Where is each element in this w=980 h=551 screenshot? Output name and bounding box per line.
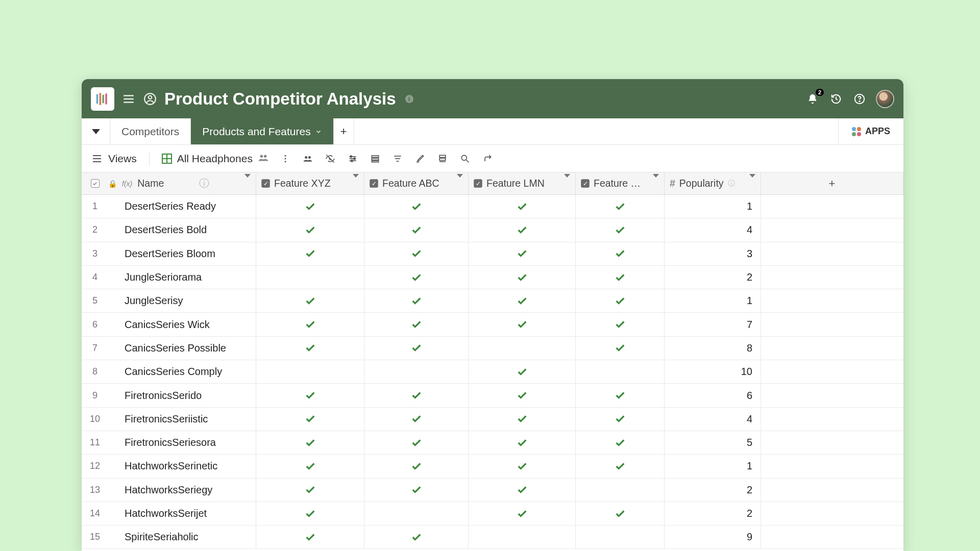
- cell-feature-xyz[interactable]: [256, 502, 364, 525]
- cell-feature-abc[interactable]: [364, 360, 469, 383]
- cell-popularity[interactable]: 2: [665, 266, 761, 289]
- cell-feature-xyz[interactable]: [256, 455, 364, 478]
- table-row[interactable]: 14HatchworksSerijet2: [82, 502, 903, 525]
- cell-feature-abc[interactable]: [364, 266, 469, 289]
- cell-feature-abc[interactable]: [364, 502, 469, 525]
- cell-name[interactable]: JungleSeriorama: [108, 266, 256, 289]
- sort-icon[interactable]: [391, 153, 404, 165]
- cell-feature-abc[interactable]: [364, 242, 469, 265]
- cell-feature-4[interactable]: [576, 242, 665, 265]
- add-tab-button[interactable]: +: [334, 118, 354, 144]
- cell-feature-4[interactable]: [576, 289, 665, 312]
- cell-feature-abc[interactable]: [364, 218, 469, 241]
- cell-feature-4[interactable]: [576, 313, 665, 336]
- cell-popularity[interactable]: 2: [665, 502, 761, 525]
- table-row[interactable]: 10FiretronicsSeriistic4: [82, 408, 903, 431]
- cell-feature-lmn[interactable]: [469, 431, 576, 454]
- history-icon[interactable]: [829, 92, 843, 106]
- cell-name[interactable]: DesertSeries Bold: [108, 218, 256, 241]
- cell-popularity[interactable]: 4: [665, 218, 761, 241]
- search-icon[interactable]: [459, 153, 471, 165]
- cell-feature-4[interactable]: [576, 195, 665, 218]
- cell-feature-abc[interactable]: [364, 289, 469, 312]
- cell-feature-4[interactable]: [576, 525, 665, 548]
- cell-popularity[interactable]: 5: [665, 431, 761, 454]
- cell-feature-abc[interactable]: [364, 479, 469, 502]
- cell-name[interactable]: HatchworksSerinetic: [108, 455, 256, 478]
- app-logo[interactable]: [91, 87, 114, 111]
- cell-feature-lmn[interactable]: [469, 337, 576, 360]
- table-row[interactable]: 11FiretronicsSeriesora5: [82, 431, 903, 455]
- cell-name[interactable]: DesertSeries Bloom: [108, 242, 256, 265]
- cell-feature-4[interactable]: [576, 408, 665, 431]
- cell-popularity[interactable]: 7: [665, 313, 761, 336]
- cell-feature-4[interactable]: [576, 360, 665, 383]
- cell-name[interactable]: CanicsSeries Wick: [108, 313, 256, 336]
- notifications-icon[interactable]: 2: [805, 92, 820, 106]
- current-view[interactable]: All Headphones: [162, 152, 269, 165]
- row-height-icon[interactable]: [436, 153, 449, 165]
- table-row[interactable]: 12HatchworksSerinetic1: [82, 455, 903, 478]
- cell-feature-xyz[interactable]: [256, 479, 364, 502]
- column-header-feature-abc[interactable]: ✓ Feature ABC: [364, 172, 469, 194]
- table-row[interactable]: 4JungleSeriorama2: [82, 266, 903, 289]
- cell-feature-xyz[interactable]: [256, 313, 364, 336]
- cell-popularity[interactable]: 1: [665, 455, 761, 478]
- apps-button[interactable]: APPS: [838, 118, 903, 144]
- cell-feature-lmn[interactable]: [469, 218, 576, 241]
- cell-feature-lmn[interactable]: [469, 313, 576, 336]
- cell-feature-abc[interactable]: [364, 195, 469, 218]
- hamburger-menu-icon[interactable]: [121, 92, 136, 106]
- help-icon[interactable]: [852, 92, 867, 106]
- cell-feature-abc[interactable]: [364, 313, 469, 336]
- table-row[interactable]: 1DesertSeries Ready1: [82, 195, 903, 218]
- more-options-icon[interactable]: [279, 153, 291, 165]
- user-avatar[interactable]: [876, 90, 894, 108]
- cell-feature-4[interactable]: [576, 479, 665, 502]
- cell-name[interactable]: CanicsSeries Comply: [108, 360, 256, 383]
- share-icon[interactable]: [481, 153, 494, 165]
- cell-feature-xyz[interactable]: [256, 431, 364, 454]
- tab-competitors[interactable]: Competitors: [110, 118, 191, 144]
- info-icon[interactable]: i: [405, 95, 413, 103]
- cell-feature-abc[interactable]: [364, 525, 469, 548]
- cell-feature-xyz[interactable]: [256, 289, 364, 312]
- cell-feature-xyz[interactable]: [256, 384, 364, 407]
- cell-feature-4[interactable]: [576, 502, 665, 525]
- color-icon[interactable]: [414, 153, 426, 165]
- cell-popularity[interactable]: 6: [665, 384, 761, 407]
- cell-name[interactable]: DesertSeries Ready: [108, 195, 256, 218]
- cell-feature-lmn[interactable]: [469, 479, 576, 502]
- cell-feature-4[interactable]: [576, 218, 665, 241]
- table-row[interactable]: 6CanicsSeries Wick7: [82, 313, 903, 336]
- group-icon[interactable]: [369, 153, 381, 165]
- account-circle-icon[interactable]: [143, 92, 157, 106]
- table-row[interactable]: 13HatchworksSeriegy2: [82, 479, 903, 502]
- table-row[interactable]: 7CanicsSeries Possible8: [82, 337, 903, 360]
- cell-feature-xyz[interactable]: [256, 360, 364, 383]
- cell-popularity[interactable]: 1: [665, 289, 761, 312]
- cell-feature-lmn[interactable]: [469, 266, 576, 289]
- select-all-checkbox[interactable]: [82, 172, 108, 194]
- table-row[interactable]: 9FiretronicsSerido6: [82, 384, 903, 407]
- cell-name[interactable]: FiretronicsSerido: [108, 384, 256, 407]
- cell-popularity[interactable]: 8: [665, 337, 761, 360]
- cell-feature-abc[interactable]: [364, 408, 469, 431]
- cell-feature-lmn[interactable]: [469, 384, 576, 407]
- cell-popularity[interactable]: 2: [665, 479, 761, 502]
- cell-feature-lmn[interactable]: [469, 360, 576, 383]
- table-row[interactable]: 8CanicsSeries Comply10: [82, 360, 903, 384]
- cell-feature-abc[interactable]: [364, 455, 469, 478]
- cell-popularity[interactable]: 3: [665, 242, 761, 265]
- cell-feature-lmn[interactable]: [469, 525, 576, 548]
- filter-settings-icon[interactable]: [347, 153, 359, 165]
- cell-popularity[interactable]: 4: [665, 408, 761, 431]
- cell-feature-abc[interactable]: [364, 431, 469, 454]
- table-row[interactable]: 2DesertSeries Bold4: [82, 218, 903, 242]
- cell-feature-xyz[interactable]: [256, 525, 364, 548]
- column-header-name[interactable]: 🔒 f(x) Name ⓘ: [108, 172, 256, 194]
- cell-name[interactable]: FiretronicsSeriesora: [108, 431, 256, 454]
- views-menu[interactable]: Views: [91, 153, 137, 165]
- cell-name[interactable]: CanicsSeries Possible: [108, 337, 256, 360]
- cell-popularity[interactable]: 10: [665, 360, 761, 383]
